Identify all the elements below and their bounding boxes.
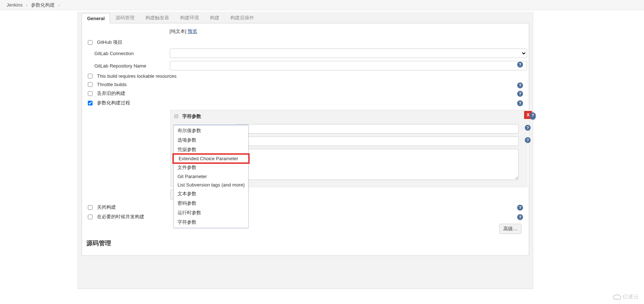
throttle-checkbox[interactable] — [88, 82, 93, 87]
concurrent-text: 在必要的时候并发构建 — [97, 213, 144, 220]
help-icon[interactable]: ? — [517, 62, 523, 68]
parameterized-label[interactable]: 参数化构建过程 — [88, 100, 130, 106]
breadcrumb-item[interactable]: 参数化构建 — [31, 2, 55, 8]
plaintext-row: [纯文本] 预览 — [169, 27, 525, 38]
dropdown-item-boolean[interactable]: 布尔值参数 — [174, 126, 248, 135]
concurrent-checkbox[interactable] — [88, 215, 93, 219]
gitlab-repo-text: GitLab Repository Name — [94, 63, 146, 69]
parameter-title: 字符参数 — [182, 113, 201, 120]
gitlab-connection-select[interactable] — [170, 49, 527, 58]
help-icon[interactable]: ? — [517, 82, 523, 88]
parameterized-text: 参数化构建过程 — [97, 100, 130, 106]
preview-link[interactable]: 预览 — [188, 28, 197, 34]
plaintext-label: [纯文本] — [169, 28, 188, 34]
row-gitlab-repo: GitLab Repository Name ? — [86, 59, 525, 72]
dropdown-item-run[interactable]: 运行时参数 — [174, 208, 248, 218]
row-disable: 关闭构建 ? — [86, 203, 525, 212]
dropdown-item-password[interactable]: 密码参数 — [174, 199, 248, 208]
param-default-input[interactable] — [236, 136, 519, 146]
tab-triggers[interactable]: 构建触发器 — [140, 12, 175, 23]
config-tabs: General 源码管理 构建触发器 构建环境 构建 构建后操作 — [82, 12, 529, 23]
discard-checkbox[interactable] — [88, 91, 93, 96]
discard-label[interactable]: 丢弃旧的构建 — [88, 90, 125, 97]
tab-scm[interactable]: 源码管理 — [110, 12, 140, 23]
disable-checkbox[interactable] — [88, 205, 93, 210]
lockable-text: This build requires lockable resources — [97, 73, 176, 79]
help-icon[interactable]: ? — [525, 137, 531, 143]
tab-build[interactable]: 构建 — [204, 12, 225, 23]
gitlab-connection-label: GitLab Connection — [88, 51, 170, 56]
help-icon[interactable]: ? — [517, 91, 523, 97]
row-parameterized: 参数化构建过程 ? — [86, 98, 525, 108]
parameterized-checkbox[interactable] — [88, 101, 93, 105]
dropdown-item-choice[interactable]: 选项参数 — [174, 135, 248, 145]
drag-handle-icon[interactable] — [174, 114, 179, 119]
gitlab-repo-input[interactable] — [170, 61, 527, 70]
row-github-project: GitHub 项目 — [86, 38, 525, 47]
help-icon[interactable]: ? — [517, 205, 523, 211]
chevron-right-icon: › — [58, 3, 60, 7]
dropdown-item-file[interactable]: 文件参数 — [174, 163, 248, 172]
dropdown-item-git[interactable]: Git Parameter — [174, 172, 248, 181]
param-name-input[interactable] — [236, 124, 519, 134]
throttle-label[interactable]: Throttle builds — [88, 82, 127, 87]
dropdown-item-credentials[interactable]: 凭据参数 — [174, 145, 248, 154]
github-project-checkbox[interactable] — [88, 40, 93, 45]
help-icon[interactable]: ? — [517, 214, 523, 220]
row-gitlab-connection: GitLab Connection — [86, 47, 525, 59]
concurrent-label[interactable]: 在必要的时候并发构建 — [88, 213, 144, 220]
config-page: General 源码管理 构建触发器 构建环境 构建 构建后操作 [纯文本] 预… — [78, 12, 533, 289]
github-project-text: GitHub 项目 — [97, 39, 122, 46]
tab-postbuild[interactable]: 构建后操作 — [225, 12, 259, 23]
advanced-button[interactable]: 高级… — [499, 224, 522, 234]
lockable-checkbox[interactable] — [88, 74, 93, 78]
section-source-management: 源码管理 — [86, 234, 525, 248]
help-icon[interactable]: ? — [517, 100, 523, 106]
throttle-text: Throttle builds — [97, 82, 127, 87]
advanced-row: 高级… — [86, 222, 525, 234]
breadcrumb-item[interactable]: Jenkins — [7, 2, 23, 8]
row-lockable: This build requires lockable resources — [86, 72, 525, 80]
help-icon[interactable]: ? — [525, 125, 531, 131]
help-icon[interactable]: ? — [530, 112, 536, 118]
dropdown-item-svn-tags[interactable]: List Subversion tags (and more) — [174, 181, 248, 189]
breadcrumb: Jenkins › 参数化构建 › — [0, 0, 644, 10]
github-project-label[interactable]: GitHub 项目 — [88, 39, 170, 46]
discard-text: 丢弃旧的构建 — [97, 90, 125, 97]
param-desc-textarea[interactable] — [236, 149, 519, 180]
parameter-header: 字符参数 — [171, 110, 527, 123]
chevron-right-icon: › — [26, 3, 28, 7]
add-parameter-dropdown: 布尔值参数 选项参数 凭据参数 Extended Choice Paramete… — [173, 125, 249, 228]
gitlab-repo-label: GitLab Repository Name — [88, 63, 170, 69]
tab-environment[interactable]: 构建环境 — [175, 12, 204, 23]
dropdown-item-text[interactable]: 文本参数 — [174, 189, 248, 199]
dropdown-item-string[interactable]: 字符参数 — [174, 218, 248, 227]
row-throttle: Throttle builds ? — [86, 80, 525, 89]
row-concurrent: 在必要的时候并发构建 ? — [86, 212, 525, 222]
parameter-block: X 字符参数 ? ? ? ? 布尔值参数 — [170, 110, 527, 187]
row-discard: 丢弃旧的构建 ? — [86, 89, 525, 98]
lockable-label[interactable]: This build requires lockable resources — [88, 73, 176, 79]
config-content: [纯文本] 预览 GitHub 项目 GitLab Connection Git… — [82, 23, 529, 256]
disable-text: 关闭构建 — [97, 204, 116, 211]
disable-label[interactable]: 关闭构建 — [88, 204, 116, 211]
tab-general[interactable]: General — [82, 13, 110, 23]
dropdown-item-extended-choice[interactable]: Extended Choice Parameter — [173, 154, 249, 163]
gitlab-connection-text: GitLab Connection — [94, 51, 134, 56]
